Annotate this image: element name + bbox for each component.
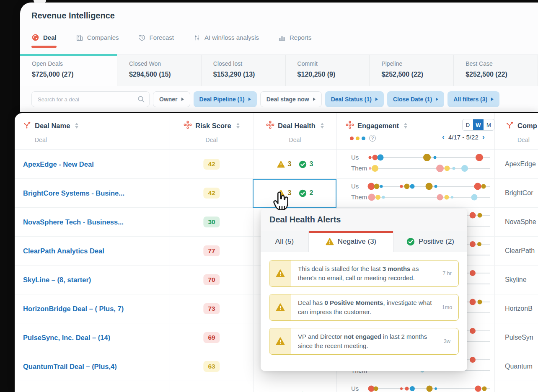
table-row: Us Them [15,381,538,392]
engagement-dot [400,387,403,390]
custom-object-icon [184,121,192,131]
warning-icon [276,337,285,346]
nav-tab-deal[interactable]: Deal [31,34,57,48]
search-input[interactable] [32,92,132,107]
column-subtitle: Deal [253,137,336,143]
deal-name-link[interactable]: SkyLine – (8, starter) [23,266,168,294]
filter-chip-deal-pipeline-1-[interactable]: Deal Pipeline (1) [194,91,257,107]
chip-label: All filters (3) [453,96,487,103]
us-label: Us [351,385,359,392]
chevron-right-icon [491,98,494,101]
column-header-engagement[interactable]: Engagement [346,121,407,131]
custom-object-icon [266,121,274,131]
column-header-company[interactable]: Comp [506,121,537,131]
them-label: Them [351,193,367,201]
alert-timestamp: 3w [436,328,458,354]
company-name: HorizonB [505,294,533,323]
filter-chip-owner[interactable]: Owner [153,91,190,107]
engagement-dot [453,167,455,170]
filter-chip-close-date-1-[interactable]: Close Date (1) [387,91,444,107]
legend-yellow-dot [356,137,360,140]
chevron-right-icon[interactable]: › [482,133,485,141]
nav-tabs: Deal Companies Forecast AI win/loss anal… [31,34,312,48]
column-header-deal-health[interactable]: Deal Health [253,121,336,131]
popup-tab-label: Positive (2) [419,237,454,246]
chevron-right-icon [181,98,184,101]
filter-bar: Owner Deal Pipeline (1) Deal stage now D… [31,91,499,107]
popup-tab-positive-2-[interactable]: Positive (2) [393,231,467,252]
deal-name-link[interactable] [23,381,168,392]
help-icon[interactable]: ? [369,135,376,142]
engagement-dot [474,183,481,190]
period-button-m[interactable]: M [484,119,494,130]
deal-name-link[interactable]: QuantumTrail Deal – (Plus,4) [23,352,168,381]
sort-icon[interactable] [236,123,240,129]
engagement-dot [469,212,476,219]
engagement-dot [470,241,476,247]
alert-timestamp: 7 hr [436,260,458,286]
deal-health-cell[interactable] [253,381,336,392]
summary-card-closed-won[interactable]: Closed Won $294,500 (15) [117,55,202,86]
us-label: Us [351,183,359,190]
column-header-deal-name[interactable]: Deal Name [23,121,78,131]
deal-name-link[interactable]: PulseSync, Inc. Deal – (14) [23,323,168,352]
deal-name-link[interactable]: NovaSphere Tech - Business... [23,208,168,236]
deal-name-link[interactable]: HorizonBridge Deal – ( Plus, 7) [23,294,168,323]
deal-name-link[interactable]: ApexEdge - New Deal [23,150,168,178]
engagement-dot [482,387,486,391]
engagement-dot [382,196,385,199]
summary-card-pipeline[interactable]: Pipeline $252,500 (22) [370,55,454,86]
filter-chip-deal-status-1-[interactable]: Deal Status (1) [325,91,384,107]
engagement-dot [372,155,378,160]
engagement-dot [470,357,476,363]
engagement-cell: Us Them [336,179,494,207]
sort-icon[interactable] [75,123,78,129]
nav-tab-forecast[interactable]: Forecast [138,34,174,48]
period-toggle: DWM [462,119,494,131]
deal-health-cell[interactable]: 3 3 [253,150,336,178]
custom-object-icon [346,121,354,129]
chevron-left-icon[interactable]: ‹ [442,133,445,141]
warning-icon [326,237,334,246]
summary-card-commit[interactable]: Commit $120,250 (9) [286,55,370,86]
filter-chip-deal-stage-now[interactable]: Deal stage now [260,91,322,107]
engagement-dot [405,387,409,391]
us-timeline [369,157,490,158]
nav-tab-ai-win-loss-analysis[interactable]: AI win/loss analysis [193,34,259,48]
summary-value: $153,290 (13) [213,71,285,78]
deal-name-link[interactable]: BrightCore Systems - Busine... [23,179,168,207]
window-notch [34,0,46,3]
summary-card-closed-lost[interactable]: Closed lost $153,290 (13) [202,55,286,86]
engagement-dot [434,156,437,159]
risk-score-badge: 70 [203,274,220,285]
them-timeline [369,168,490,169]
engagement-dot [380,185,383,188]
table-row: ApexEdge - New Deal42 3 3 Us Them ApexEd… [15,150,538,179]
warning-icon [276,269,285,278]
summary-card-open-deals[interactable]: Open Deals $725,000 (27) [20,55,117,86]
forecast-icon [138,34,146,41]
deal-name-link[interactable]: ClearPath Analytics Deal [23,237,168,265]
summary-value: $252,500 (22) [466,71,538,78]
nav-tab-reports[interactable]: Reports [278,34,312,48]
risk-score-badge: 42 [203,159,220,170]
engagement-dot [469,299,476,305]
chevron-right-icon [375,98,378,101]
column-subtitle: Deal [517,137,530,143]
popup-tab-all-5-[interactable]: All (5) [261,231,309,252]
alert-card: Deal has 0 Positive Moments, investigate… [269,294,459,321]
column-header-risk-score[interactable]: Risk Score [170,121,253,131]
filter-chip-all-filters-3-[interactable]: All filters (3) [447,91,499,107]
engagement-dot [478,300,482,304]
period-button-w[interactable]: W [473,119,484,130]
sort-icon[interactable] [321,123,324,129]
company-name: Quantum [505,352,533,381]
popup-tab-negative-3-[interactable]: Negative (3) [309,231,393,252]
period-button-d[interactable]: D [463,119,473,130]
sort-icon[interactable] [404,123,407,129]
chip-label: Close Date (1) [393,96,432,103]
engagement-dot [481,184,486,189]
chip-label: Deal Pipeline (1) [199,96,245,103]
nav-tab-companies[interactable]: Companies [76,34,119,48]
summary-card-best-case[interactable]: Best Case $252,500 (22) [454,55,538,86]
